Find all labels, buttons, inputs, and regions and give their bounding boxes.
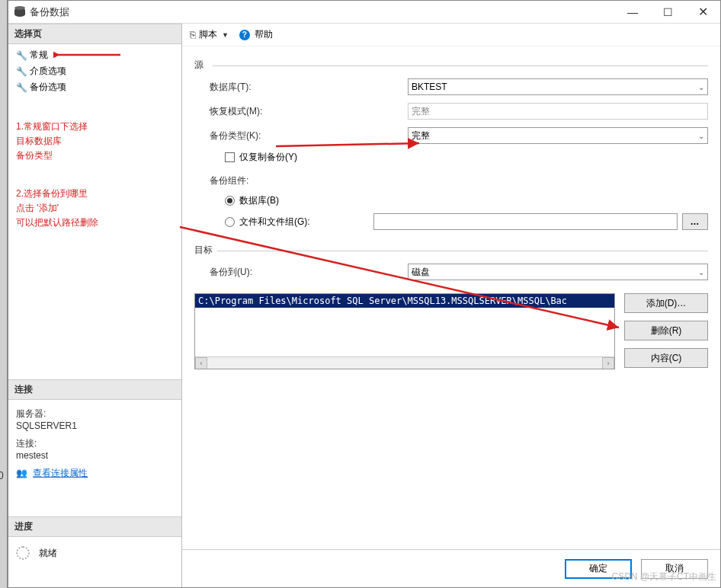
scroll-right-button[interactable]: ›: [602, 357, 614, 369]
copy-only-checkbox[interactable]: 仅复制备份(Y): [194, 148, 708, 167]
horizontal-scrollbar[interactable]: ‹ ›: [195, 356, 614, 369]
close-button[interactable]: ✕: [685, 1, 720, 24]
toolbar: ⎘ 脚本 ▼ ? 帮助: [182, 24, 720, 46]
recovery-label: 恢复模式(M):: [210, 105, 408, 118]
server-value: SQLSERVER1: [16, 420, 174, 431]
conn-value: mestest: [16, 450, 174, 461]
annotation-1: 1.常规窗口下选择 目标数据库 备份类型: [8, 113, 181, 170]
script-dropdown[interactable]: ▼: [222, 31, 229, 39]
radio-database[interactable]: 数据库(B): [194, 191, 708, 210]
radio-database-label: 数据库(B): [239, 194, 279, 207]
database-icon: [14, 8, 25, 17]
conn-label: 连接:: [16, 437, 174, 450]
help-icon: ?: [239, 30, 250, 40]
destination-listbox[interactable]: C:\Program Files\Microsoft SQL Server\MS…: [194, 293, 615, 369]
section-progress-header: 进度: [8, 516, 181, 537]
backup-type-label: 备份类型(K):: [210, 129, 408, 142]
page-list: 🔧 常规 🔧 介质选项 🔧 备份选项: [8, 44, 181, 98]
files-textfield[interactable]: [373, 213, 678, 230]
server-label: 服务器:: [16, 407, 174, 420]
window-title: 备份数据: [30, 5, 615, 19]
sidebar: 选择页 🔧 常规 🔧 介质选项 🔧 备份选项 1.常规窗口下选择 目标数据库: [8, 24, 182, 587]
wrench-icon: 🔧: [16, 82, 27, 93]
radio-files-label: 文件和文件组(G):: [239, 216, 369, 228]
dialog-window: 备份数据 — ☐ ✕ 选择页 🔧 常规 🔧 介质选项 🔧 备份选项: [8, 0, 721, 588]
backup-to-select[interactable]: 磁盘⌄: [408, 264, 708, 280]
database-label: 数据库(T):: [210, 81, 408, 94]
script-button[interactable]: 脚本: [199, 28, 217, 41]
backup-type-select[interactable]: 完整⌄: [408, 127, 708, 144]
scroll-left-button[interactable]: ‹: [195, 357, 207, 369]
wrench-icon: 🔧: [16, 66, 27, 77]
remove-button[interactable]: 删除(R): [624, 321, 708, 340]
browse-files-button[interactable]: …: [682, 213, 708, 230]
annotation-2: 2.选择备份到哪里 点击 '添加' 可以把默认路径删除: [8, 181, 181, 237]
checkbox-icon: [225, 152, 235, 162]
progress-status: 就绪: [8, 537, 181, 569]
contents-button[interactable]: 内容(C): [624, 348, 708, 368]
page-item-general[interactable]: 🔧 常规: [8, 47, 181, 63]
spinner-icon: [16, 546, 30, 560]
background-window-edge: 0: [0, 0, 8, 588]
chevron-down-icon: ⌄: [698, 83, 704, 91]
content-area: 源 数据库(T): BKTEST⌄ 恢复模式(M): 完整: [182, 46, 720, 549]
script-icon: ⎘: [190, 29, 196, 40]
people-icon: 👥: [16, 468, 27, 478]
radio-files[interactable]: 文件和文件组(G): …: [194, 210, 708, 233]
copy-only-label: 仅复制备份(Y): [239, 151, 297, 164]
progress-text: 就绪: [39, 547, 57, 560]
page-label: 介质选项: [30, 65, 66, 78]
dest-legend: 目标: [194, 244, 708, 257]
page-item-media[interactable]: 🔧 介质选项: [8, 63, 181, 79]
component-label: 备份组件:: [210, 174, 408, 187]
page-item-options[interactable]: 🔧 备份选项: [8, 79, 181, 95]
section-pages-header: 选择页: [8, 24, 181, 44]
destination-path[interactable]: C:\Program Files\Microsoft SQL Server\MS…: [195, 294, 614, 308]
main-panel: ⎘ 脚本 ▼ ? 帮助 源 数据库(T): BKTEST⌄ 恢复模式: [182, 24, 720, 587]
page-label: 备份选项: [30, 81, 66, 94]
page-label: 常规: [30, 49, 48, 62]
help-button[interactable]: 帮助: [255, 28, 273, 41]
wrench-icon: 🔧: [16, 50, 27, 61]
backup-to-label: 备份到(U):: [210, 266, 408, 279]
section-connection-header: 连接: [8, 379, 181, 400]
radio-icon: [225, 217, 235, 227]
minimize-button[interactable]: —: [615, 1, 650, 24]
watermark: CSDN @天幕子CT中画生: [611, 570, 716, 583]
database-select[interactable]: BKTEST⌄: [408, 78, 708, 95]
radio-icon: [225, 196, 235, 206]
add-button[interactable]: 添加(D)…: [624, 293, 708, 313]
recovery-value: 完整: [408, 103, 708, 120]
view-connection-link[interactable]: 👥 查看连接属性: [16, 467, 174, 480]
chevron-down-icon: ⌄: [698, 132, 704, 140]
chevron-down-icon: ⌄: [698, 268, 704, 276]
titlebar[interactable]: 备份数据 — ☐ ✕: [8, 1, 720, 24]
source-legend: 源: [194, 59, 708, 72]
connection-info: 服务器: SQLSERVER1 连接: mestest 👥 查看连接属性: [8, 400, 181, 486]
maximize-button[interactable]: ☐: [650, 1, 685, 24]
